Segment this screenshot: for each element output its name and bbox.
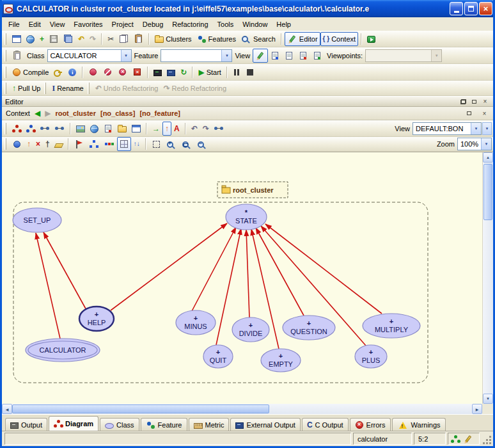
project-info-button[interactable]: i [65,65,79,79]
menu-debug[interactable]: Debug [138,19,168,30]
editor-maximize-button[interactable] [469,97,479,106]
diagram-redo-button[interactable]: ↷ [200,122,212,136]
tab-external-output[interactable]: External Output [230,418,300,431]
menu-view[interactable]: View [45,19,70,30]
menu-favorites[interactable]: Favorites [69,19,107,30]
clear-breakpoints-button[interactable]: × [130,65,145,79]
class-relations-button[interactable] [10,122,24,136]
flat-view-button[interactable] [282,49,296,63]
menu-project[interactable]: Project [107,19,138,30]
toolbar-grip[interactable] [44,83,46,94]
freeze-button[interactable] [51,65,65,79]
zoom-combobox[interactable]: 100% ▼ [457,138,492,150]
inheritance-link[interactable] [246,230,249,317]
titlebar[interactable]: CALCULATOR in cluster root_cluster locat… [0,0,495,17]
redo-refactoring-button[interactable]: ↷Redo Refactoring [161,81,229,95]
diagram-undo-button[interactable]: ↶ [189,122,200,136]
inheritance-link[interactable] [192,227,236,311]
class-node-plus[interactable]: +PLUS [355,345,387,368]
anchor-tool-button[interactable]: † [43,137,52,151]
undo-refactoring-button[interactable]: ↶Undo Refactoring [93,81,161,95]
open-button[interactable] [24,32,37,46]
interface-view-button[interactable] [310,49,324,63]
undo-button[interactable]: ↶ [75,32,87,46]
context-toggle-button[interactable]: { }Context [320,32,358,46]
class-node-empty[interactable]: +EMPTY [261,349,301,372]
inheritance-link[interactable] [256,228,304,316]
disable-breakpoints-button[interactable] [100,65,115,79]
class-node-calculator[interactable]: CALCULATOR [26,339,100,362]
context-no-feature[interactable]: [no_feature] [139,109,180,117]
class-node-question[interactable]: +QUESTION [283,316,335,340]
basic-text-view-button[interactable] [253,49,268,63]
layout-horizontal-button[interactable] [102,137,117,151]
export-image-button[interactable] [74,122,88,136]
clickable-view-button[interactable] [268,49,282,63]
inheritance-link[interactable] [43,232,87,311]
context-maximize-button[interactable] [464,109,474,118]
diagram-view-arrow-icon[interactable]: ▼ [471,123,481,134]
tab-class[interactable]: Class [100,418,139,431]
inheritance-link[interactable] [36,233,60,339]
editor-undock-button[interactable] [459,97,468,106]
zoom-value[interactable]: 100% [458,140,481,148]
inheritance-link[interactable] [265,224,382,314]
put-class-button[interactable]: → [150,122,162,136]
menu-file[interactable]: File [4,19,24,30]
context-forward-icon[interactable]: ▶ [45,109,51,117]
inheritance-link[interactable] [111,223,227,310]
tab-output[interactable]: Output [5,418,47,431]
vscroll-track[interactable] [483,163,493,394]
cluster-relations-button[interactable] [24,122,38,136]
delete-tool-button[interactable]: × [33,137,43,151]
editor-toggle-button[interactable]: Editor [285,32,320,46]
menu-tools[interactable]: Tools [213,19,239,30]
refresh-button[interactable]: ↻ [178,65,189,79]
pause-button[interactable] [230,65,243,79]
new-window-button[interactable] [10,32,24,46]
scroll-down-button[interactable]: ▼ [483,394,493,404]
zoom-in-button[interactable] [164,137,179,151]
viewpoints-combo-arrow-icon[interactable]: ▼ [431,50,441,61]
context-no-class[interactable]: [no_class] [100,109,135,117]
external-commands-button[interactable] [365,32,378,46]
diagram-vscrollbar[interactable]: ▲ ▼ [482,152,493,404]
paste-button[interactable] [131,32,146,46]
text-label-button[interactable]: A [171,122,182,136]
stop-button[interactable] [243,65,257,79]
enable-breakpoints-button[interactable] [86,65,100,79]
scroll-right-button[interactable]: ▶ [472,404,482,414]
inheritance-links-button[interactable] [52,122,67,136]
viewpoints-combobox[interactable]: ▼ [365,49,442,62]
class-bubble-tool-button[interactable] [10,137,24,151]
resize-grip[interactable] [482,433,492,445]
class-node-state[interactable]: *STATE [226,204,267,230]
class-combobox[interactable]: CALCULATOR ▼ [47,49,132,62]
class-combo-value[interactable]: CALCULATOR [48,52,121,60]
menu-edit[interactable]: Edit [24,19,45,30]
zoom-arrow-icon[interactable]: ▼ [481,138,491,150]
class-combo-arrow-icon[interactable]: ▼ [121,50,131,61]
class-node-divide[interactable]: +DIVIDE [232,317,269,342]
layout-tree-button[interactable] [86,137,102,151]
toggle-grid-button[interactable] [117,137,131,151]
feature-combo-arrow-icon[interactable]: ▼ [221,50,232,61]
view-list-button[interactable]: ▼ [482,122,492,135]
pull-up-button[interactable]: ↑Pull Up [10,81,43,95]
new-cluster-button[interactable] [115,122,129,136]
feature-combobox[interactable]: ▼ [161,49,232,62]
rename-button[interactable]: IRename [49,81,86,95]
diagram-view-value[interactable]: DEFAULT:BON [413,125,471,132]
cluster-tag[interactable]: root_cluster [217,182,288,198]
menu-window[interactable]: Window [238,19,272,30]
class-node-minus[interactable]: +MINUS [176,310,216,335]
class-node-help[interactable]: +HELP [79,307,114,331]
crop-button[interactable] [149,137,164,151]
redo-button[interactable]: ↷ [87,32,98,46]
scroll-up-button[interactable]: ▲ [483,152,493,163]
toolbar-grip[interactable] [4,83,6,94]
sort-classes-button[interactable]: ↑↓ [131,137,143,151]
system-console-button[interactable] [151,65,164,79]
save-all-button[interactable] [61,32,75,46]
bon-class-diagram[interactable]: root_clusterSET_UP*STATE+HELPCALCULATOR+… [2,152,482,404]
